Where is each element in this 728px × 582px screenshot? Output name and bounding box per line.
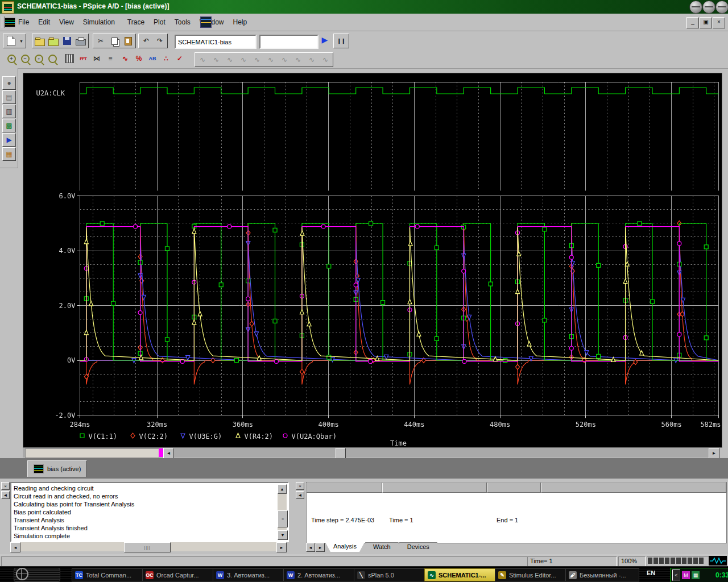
cursor-peak-button[interactable]: ∿ bbox=[210, 53, 222, 66]
menu-file[interactable]: File bbox=[14, 16, 34, 28]
secondary-combo[interactable] bbox=[259, 35, 318, 49]
cursor-max-button[interactable]: ∿ bbox=[264, 53, 277, 66]
taskbar-button-icon: ∿ bbox=[428, 571, 436, 579]
cursor-next-transition-button[interactable]: ∿ bbox=[305, 53, 318, 66]
zoom-area-button[interactable]: ▫ bbox=[32, 52, 45, 65]
cursor-min-button[interactable]: ∿ bbox=[251, 53, 263, 66]
output-log-line: Simulation complete bbox=[14, 532, 276, 540]
close-window-button[interactable] bbox=[715, 1, 728, 14]
run-simulation-button[interactable]: ▶ bbox=[318, 34, 331, 46]
open-button[interactable] bbox=[34, 35, 46, 47]
log-x-axis-button[interactable] bbox=[63, 52, 76, 65]
tabs-scroll-left-button[interactable]: ◄ bbox=[306, 543, 315, 552]
tab-devices[interactable]: Devices bbox=[399, 542, 437, 552]
taskbar-button-7[interactable]: ✎Stimulus Editor... bbox=[495, 568, 569, 581]
evaluate-measurement-button[interactable]: % bbox=[133, 52, 145, 65]
close-simstatus-button[interactable]: × bbox=[296, 482, 304, 490]
zoom-in-button[interactable]: + bbox=[5, 52, 18, 65]
tabs-scroll-right-button[interactable]: ► bbox=[316, 543, 325, 552]
scroll-left-button[interactable]: ◄ bbox=[163, 448, 174, 459]
view-simulation-results-button[interactable]: ▩ bbox=[2, 119, 16, 132]
scroll-up-button[interactable]: ▲ bbox=[278, 484, 287, 494]
mark-voltage-level-button[interactable]: ✓ bbox=[173, 52, 186, 65]
taskbar-button-2[interactable]: OCOrcad Captur... bbox=[142, 568, 216, 581]
output-vscrollbar[interactable]: ▲ ≡ ▼ bbox=[278, 484, 287, 540]
cursor-point-button[interactable]: ∿ bbox=[278, 53, 291, 66]
plot-pan-box[interactable] bbox=[25, 448, 159, 458]
clear-session-log-button[interactable]: ● bbox=[2, 76, 16, 90]
taskbar-button-1[interactable]: TCTotal Comman... bbox=[72, 568, 146, 581]
append-file-button[interactable] bbox=[47, 35, 60, 47]
restore-window-button[interactable] bbox=[702, 1, 715, 14]
taskbar-button-6[interactable]: ∿SCHEMATIC1-... bbox=[424, 568, 498, 581]
save-button[interactable] bbox=[61, 35, 73, 47]
pause-simulation-button[interactable]: ❙❙ bbox=[335, 35, 348, 47]
fft-button[interactable]: FFT bbox=[77, 52, 89, 65]
tray-collapse-button[interactable]: < bbox=[672, 569, 680, 581]
schematic-page-icon[interactable] bbox=[200, 16, 212, 28]
scroll-down-button[interactable]: ▼ bbox=[278, 530, 288, 540]
view-simulation-messages-button[interactable]: ▦ bbox=[2, 147, 16, 161]
copy-button[interactable] bbox=[108, 35, 121, 47]
text-label-button[interactable]: AB bbox=[146, 52, 159, 65]
language-indicator[interactable]: EN bbox=[647, 569, 655, 576]
undo-button[interactable]: ↶ bbox=[140, 35, 152, 47]
view-output-file-button[interactable]: ▥ bbox=[2, 105, 16, 118]
vscroll-thumb[interactable]: ≡ bbox=[278, 510, 288, 527]
menu-trace[interactable]: Trace bbox=[123, 16, 149, 28]
taskbar-button-3[interactable]: W3. Автоматиз... bbox=[213, 568, 287, 581]
print-button[interactable] bbox=[75, 35, 87, 47]
tab-bias-active[interactable]: bias (active) bbox=[27, 460, 87, 477]
minimize-window-button[interactable] bbox=[689, 1, 702, 14]
output-log-line: Circuit read in and checked, no errors bbox=[14, 492, 276, 500]
mdi-restore-button[interactable]: ▣ bbox=[700, 17, 712, 28]
tab-watch[interactable]: Watch bbox=[365, 542, 399, 552]
paste-button[interactable] bbox=[122, 35, 134, 47]
taskbar-button-5[interactable]: ╲sPlan 5.0 bbox=[354, 568, 428, 581]
menu-plot[interactable]: Plot bbox=[149, 16, 170, 28]
scroll-right-button[interactable]: ► bbox=[709, 448, 719, 459]
menu-edit[interactable]: Edit bbox=[34, 16, 55, 28]
cursor-slope-button[interactable]: ∿ bbox=[237, 53, 250, 66]
view-output-window-button[interactable]: ▶ bbox=[2, 133, 16, 147]
hscroll-left-button[interactable]: ◄ bbox=[10, 542, 20, 552]
menu-simulation[interactable]: Simulation bbox=[78, 16, 123, 28]
view-circuit-file-button[interactable]: ▤ bbox=[2, 90, 16, 104]
zoom-fit-button[interactable] bbox=[46, 52, 59, 65]
hscroll-right-button[interactable]: ► bbox=[276, 542, 287, 552]
mark-coordinates-button[interactable]: ∿ bbox=[319, 53, 332, 66]
taskbar-button-8[interactable]: 🖌Безымянный -... bbox=[565, 568, 639, 581]
collapse-output-window-button[interactable]: ◄ bbox=[1, 491, 10, 499]
simulation-profile-combo[interactable] bbox=[175, 35, 257, 49]
performance-analysis-button[interactable]: ⋈ bbox=[90, 52, 103, 65]
cursor-search-button[interactable]: ∿ bbox=[292, 53, 304, 66]
new-simulation-button[interactable] bbox=[5, 35, 17, 47]
cut-button[interactable]: ✂ bbox=[94, 35, 107, 47]
new-dropdown-button[interactable]: ▼ bbox=[18, 35, 24, 47]
mdi-minimize-button[interactable]: _ bbox=[686, 17, 699, 28]
toggle-cursor-button[interactable]: ∿ bbox=[196, 53, 209, 66]
redo-button[interactable]: ↷ bbox=[154, 35, 166, 47]
tab-analysis[interactable]: Analysis bbox=[325, 542, 365, 552]
menu-view[interactable]: View bbox=[55, 16, 78, 28]
mdi-close-button[interactable]: × bbox=[713, 17, 725, 28]
menu-tools[interactable]: Tools bbox=[170, 16, 195, 28]
tray-icon-1[interactable]: M bbox=[682, 571, 690, 579]
add-trace-button[interactable]: ∿ bbox=[119, 52, 131, 65]
waveform-plot[interactable] bbox=[23, 73, 722, 447]
output-log-line: Bias point calculated bbox=[14, 508, 276, 516]
cursor-trough-button[interactable]: ∿ bbox=[224, 53, 236, 66]
menu-help[interactable]: Help bbox=[228, 16, 251, 28]
scroll-thumb[interactable] bbox=[336, 448, 346, 459]
simulation-status-panel: Time step = 2.475E-03 Time = 1 End = 1 bbox=[306, 482, 727, 543]
taskbar-button-4[interactable]: W2. Автоматиз... bbox=[283, 568, 357, 581]
close-output-window-button[interactable]: × bbox=[1, 482, 10, 490]
tray-icon-2[interactable]: ▦ bbox=[692, 571, 700, 579]
mark-data-points-button[interactable]: ∴ bbox=[160, 52, 172, 65]
output-hscrollbar[interactable]: ◄ |||| ► bbox=[10, 542, 287, 551]
hscroll-thumb[interactable]: |||| bbox=[124, 542, 171, 552]
zoom-out-button[interactable]: − bbox=[19, 52, 31, 65]
log-y-axis-button[interactable]: ≡ bbox=[104, 52, 117, 65]
collapse-simstatus-button[interactable]: ◄ bbox=[296, 491, 304, 499]
zoom-group: + − ▫ bbox=[5, 52, 59, 65]
